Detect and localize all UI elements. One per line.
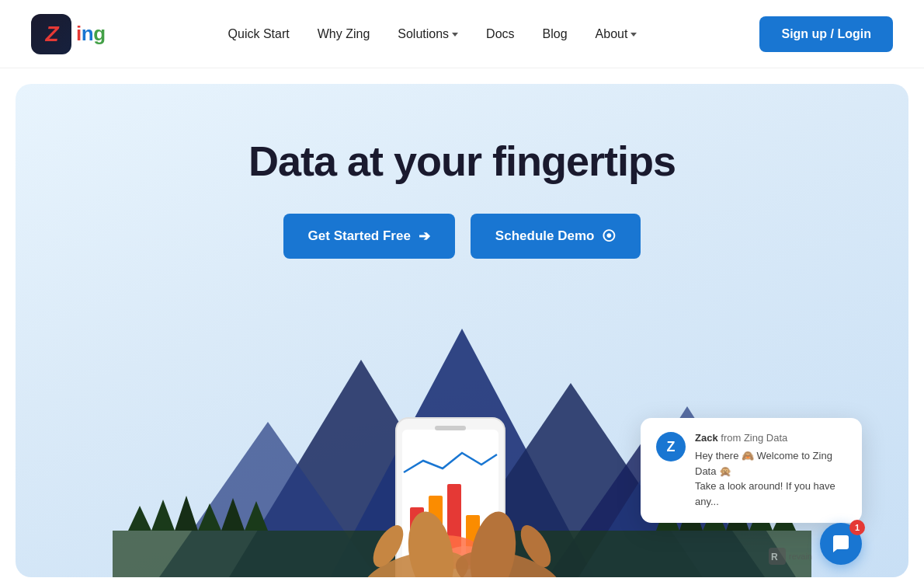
nav-link-blog[interactable]: Blog xyxy=(543,27,568,41)
logo-icon: Z xyxy=(31,14,71,54)
hero-buttons: Get Started Free ➔ Schedule Demo ⦿ xyxy=(283,214,641,259)
nav-item-quickstart[interactable]: Quick Start xyxy=(228,27,290,41)
nav-item-docs[interactable]: Docs xyxy=(486,27,514,41)
chevron-down-icon xyxy=(452,33,458,37)
chat-badge: 1 xyxy=(849,520,865,535)
hero-title: Data at your fingertips xyxy=(248,138,676,184)
nav-link-about[interactable]: About xyxy=(596,27,637,41)
nav-item-blog[interactable]: Blog xyxy=(543,27,568,41)
revain-icon: R xyxy=(769,548,786,565)
nav-link-solutions[interactable]: Solutions xyxy=(398,27,458,41)
circle-arrow-icon: ⦿ xyxy=(602,228,616,245)
nav-links: Quick Start Why Zing Solutions Docs Blog… xyxy=(228,27,637,41)
revain-text: revain xyxy=(789,552,812,561)
chat-content: Zack from Zing Data Hey there 🙈 Welcome … xyxy=(695,432,846,509)
hero-section: Data at your fingertips Get Started Free… xyxy=(16,84,908,577)
schedule-demo-button[interactable]: Schedule Demo ⦿ xyxy=(471,214,641,259)
svg-rect-27 xyxy=(435,426,466,430)
chat-widget[interactable]: Z Zack from Zing Data Hey there 🙈 Welcom… xyxy=(641,418,862,523)
signup-button[interactable]: Sign up / Login xyxy=(759,16,893,52)
logo-text: ing xyxy=(76,22,106,46)
nav-link-whyzing[interactable]: Why Zing xyxy=(318,27,370,41)
nav-link-docs[interactable]: Docs xyxy=(486,27,514,41)
chat-from: Zack from Zing Data xyxy=(695,432,846,444)
chat-bubble-icon xyxy=(830,533,852,555)
arrow-right-icon: ➔ xyxy=(419,228,430,245)
svg-marker-8 xyxy=(175,496,198,531)
avatar: Z xyxy=(656,432,686,461)
nav-item-whyzing[interactable]: Why Zing xyxy=(318,27,370,41)
chat-message: Hey there 🙈 Welcome to Zing Data 🙊 Take … xyxy=(695,448,846,509)
logo-z-letter: Z xyxy=(45,23,57,45)
logo[interactable]: Z ing xyxy=(31,14,106,54)
navbar: Z ing Quick Start Why Zing Solutions Doc… xyxy=(0,0,924,68)
nav-link-quickstart[interactable]: Quick Start xyxy=(228,27,290,41)
nav-item-solutions[interactable]: Solutions xyxy=(398,27,458,41)
nav-item-about[interactable]: About xyxy=(596,27,637,41)
chevron-down-icon xyxy=(630,33,637,37)
get-started-button[interactable]: Get Started Free ➔ xyxy=(283,214,455,259)
revain-logo: R revain xyxy=(769,548,812,565)
svg-marker-7 xyxy=(151,500,175,531)
svg-text:R: R xyxy=(771,552,778,562)
chat-launcher-button[interactable]: 1 xyxy=(820,523,862,565)
svg-marker-12 xyxy=(128,506,151,531)
